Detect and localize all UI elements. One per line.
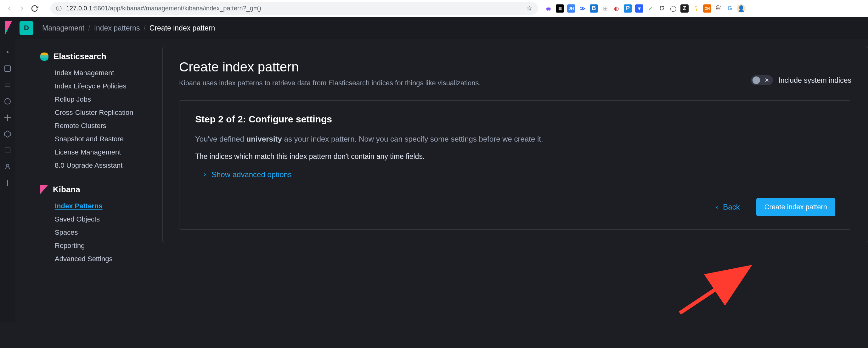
rail-icon[interactable] <box>4 49 11 56</box>
extension-icon[interactable]: P <box>624 4 632 12</box>
app-header: D Management / Index patterns / Create i… <box>0 17 868 39</box>
breadcrumb-item-management[interactable]: Management <box>42 24 84 32</box>
sidebar-item-snapshot-restore[interactable]: Snapshot and Restore <box>55 132 162 146</box>
extension-icon[interactable]: G <box>726 4 734 12</box>
breadcrumb: Management / Index patterns / Create ind… <box>42 24 215 32</box>
svg-rect-1 <box>5 66 10 71</box>
sidebar-item-ccr[interactable]: Cross-Cluster Replication <box>55 106 162 119</box>
rail-icon[interactable] <box>4 98 11 105</box>
extension-icon[interactable]: ◉ <box>545 4 553 12</box>
toggle-label: Include system indices <box>779 76 851 85</box>
chevron-left-icon <box>715 202 719 212</box>
rail-icon[interactable] <box>4 114 11 122</box>
profile-avatar-icon[interactable]: 👤 <box>737 4 745 12</box>
extension-icon[interactable]: ◐ <box>613 4 621 12</box>
rail-icon[interactable] <box>4 65 11 72</box>
space-selector[interactable]: D <box>20 21 33 35</box>
sidebar-section-kibana: Kibana Index Patterns Saved Objects Spac… <box>15 185 162 265</box>
kibana-logo-icon <box>40 185 48 194</box>
step-panel: Step 2 of 2: Configure settings You've d… <box>179 100 851 230</box>
extension-icon[interactable]: 🏛 <box>714 4 722 12</box>
space-initial: D <box>24 24 29 32</box>
breadcrumb-item-current: Create index pattern <box>150 24 215 32</box>
extension-icon[interactable]: B <box>590 4 598 12</box>
svg-point-4 <box>6 164 9 167</box>
advanced-options-label: Show advanced options <box>212 170 292 179</box>
extension-icon[interactable]: ⊞ <box>601 4 609 12</box>
svg-point-2 <box>5 98 10 104</box>
create-index-pattern-button[interactable]: Create index pattern <box>756 198 835 216</box>
extension-icon[interactable]: ≫ <box>579 4 587 12</box>
browser-toolbar: ⓘ 127.0.0.1:5601/app/kibana#/management/… <box>0 0 868 17</box>
sidebar-item-remote-clusters[interactable]: Remote Clusters <box>55 119 162 132</box>
breadcrumb-separator: / <box>144 24 146 32</box>
browser-back-button[interactable] <box>3 2 16 15</box>
back-button[interactable]: Back <box>715 202 740 212</box>
sidebar-item-ilm[interactable]: Index Lifecycle Policies <box>55 80 162 93</box>
step-description: You've defined university as your index … <box>195 135 835 144</box>
toggle-switch[interactable]: ✕ <box>751 75 773 85</box>
sidebar-item-rollup-jobs[interactable]: Rollup Jobs <box>55 93 162 106</box>
rail-icon[interactable] <box>4 81 11 89</box>
browser-url-bar[interactable]: ⓘ 127.0.0.1:5601/app/kibana#/management/… <box>50 2 538 15</box>
sidebar: Elasticsearch Index Management Index Lif… <box>15 39 162 322</box>
extension-icon[interactable]: ℧ <box>658 4 666 12</box>
site-info-icon[interactable]: ⓘ <box>56 5 62 12</box>
sidebar-item-upgrade-assistant[interactable]: 8.0 Upgrade Assistant <box>55 159 162 172</box>
elasticsearch-logo-icon <box>40 53 49 61</box>
sidebar-item-saved-objects[interactable]: Saved Objects <box>55 213 162 226</box>
svg-marker-3 <box>4 131 11 137</box>
sidebar-item-advanced-settings[interactable]: Advanced Settings <box>55 252 162 265</box>
breadcrumb-item-index-patterns[interactable]: Index patterns <box>94 24 140 32</box>
extension-icon[interactable]: ◯ <box>669 4 677 12</box>
show-advanced-options-link[interactable]: Show advanced options <box>203 170 835 179</box>
extension-icon[interactable]: Z <box>680 4 689 12</box>
include-system-indices-toggle[interactable]: ✕ Include system indices <box>751 75 851 85</box>
close-icon: ✕ <box>765 77 769 84</box>
browser-reload-button[interactable] <box>28 2 41 15</box>
svg-point-0 <box>7 51 8 53</box>
url-host: 127.0.0.1:5601/app/kibana#/management/ki… <box>66 5 261 12</box>
main-content: Create index pattern Kibana uses index p… <box>162 39 868 322</box>
browser-extensions: ◉ ▦ JH ≫ B ⊞ ◐ P ▾ ✓ ℧ ◯ Z ⟆ ON 🏛 G 👤 <box>545 4 751 12</box>
sidebar-item-index-management[interactable]: Index Management <box>55 66 162 80</box>
chevron-right-icon <box>203 171 207 179</box>
step-note: The indices which match this index patte… <box>195 152 835 161</box>
extension-icon[interactable]: ▦ <box>556 4 564 12</box>
left-nav-rail <box>0 39 15 322</box>
sidebar-item-license[interactable]: License Management <box>55 146 162 159</box>
step-title: Step 2 of 2: Configure settings <box>195 114 835 125</box>
rail-icon[interactable] <box>4 179 11 187</box>
extension-icon[interactable]: ⟆ <box>692 4 700 12</box>
extension-icon[interactable]: ▾ <box>635 4 643 12</box>
sidebar-section-title: Elasticsearch <box>54 52 106 61</box>
extension-icon[interactable]: ✓ <box>646 4 655 12</box>
extension-icon[interactable]: ON <box>703 4 711 12</box>
page-title: Create index pattern <box>179 60 481 74</box>
extension-icon[interactable]: JH <box>567 4 575 12</box>
rail-icon[interactable] <box>4 130 11 138</box>
rail-icon[interactable] <box>4 147 11 154</box>
sidebar-section-elasticsearch: Elasticsearch Index Management Index Lif… <box>15 52 162 172</box>
rail-icon[interactable] <box>4 163 11 170</box>
sidebar-item-index-patterns[interactable]: Index Patterns <box>55 199 162 213</box>
sidebar-item-reporting[interactable]: Reporting <box>55 239 162 252</box>
back-label: Back <box>723 202 740 212</box>
browser-forward-button[interactable] <box>16 2 28 15</box>
annotation-arrow-icon <box>677 263 758 316</box>
svg-line-6 <box>680 269 746 313</box>
bookmark-star-icon[interactable]: ☆ <box>526 4 532 12</box>
page-subtitle: Kibana uses index patterns to retrieve d… <box>179 79 481 87</box>
sidebar-item-spaces[interactable]: Spaces <box>55 226 162 239</box>
breadcrumb-separator: / <box>88 24 90 32</box>
kibana-logo-icon[interactable] <box>0 17 15 39</box>
sidebar-section-title: Kibana <box>53 185 80 194</box>
